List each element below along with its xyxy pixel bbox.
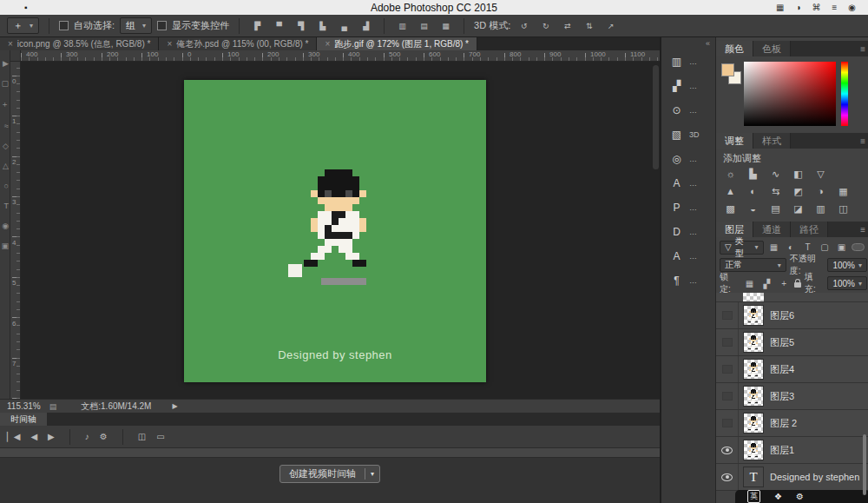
lock-position-icon[interactable]: + bbox=[777, 277, 791, 290]
visibility-toggle[interactable] bbox=[716, 356, 739, 382]
channel-mixer-icon[interactable]: ▦ bbox=[836, 184, 851, 198]
menubar-extra-icon[interactable]: ▦ bbox=[776, 3, 784, 12]
document-size-info[interactable]: 文档:1.60M/14.2M bbox=[81, 400, 151, 413]
align-right-button[interactable]: ▜ bbox=[293, 18, 309, 33]
layer-thumbnail[interactable] bbox=[743, 305, 764, 326]
tool-icon[interactable]: ▢ bbox=[1, 79, 9, 88]
input-settings-gear-icon[interactable]: ⚙ bbox=[796, 492, 804, 501]
layer-row[interactable]: 图层3 bbox=[716, 383, 868, 410]
tab-swatches[interactable]: 色板 bbox=[753, 41, 791, 56]
fill-input[interactable]: 100% ▾ bbox=[827, 276, 867, 290]
lock-all-icon[interactable] bbox=[794, 282, 801, 288]
3d-scale-icon[interactable]: ↗ bbox=[602, 18, 619, 33]
audio-icon[interactable]: ♪ bbox=[85, 432, 89, 441]
dock-panel-button-character[interactable]: A… bbox=[661, 171, 715, 195]
create-video-timeline-button[interactable]: 创建视频时间轴 ▾ bbox=[279, 465, 380, 483]
timeline-settings-gear-icon[interactable]: ⚙ bbox=[100, 432, 108, 441]
gradient-map-icon[interactable]: ▥ bbox=[813, 202, 828, 215]
tool-icon[interactable]: ▣ bbox=[1, 242, 9, 250]
lock-image-pixels-icon[interactable]: ▞ bbox=[760, 277, 773, 290]
lock-transparent-pixels-icon[interactable]: ▦ bbox=[743, 277, 757, 290]
distribute-left-button[interactable]: ▥ bbox=[394, 18, 411, 33]
panel-menu-icon[interactable]: ≡ bbox=[860, 222, 865, 237]
tool-icon[interactable]: ≈ bbox=[4, 122, 9, 130]
3d-slide-icon[interactable]: ⇅ bbox=[581, 18, 597, 33]
filter-pixel-layers-icon[interactable]: ▦ bbox=[767, 241, 781, 254]
3d-rotate-icon[interactable]: ↺ bbox=[516, 18, 532, 33]
levels-icon[interactable]: ▙ bbox=[746, 167, 760, 181]
auto-select-dropdown[interactable]: 组 ▾ bbox=[120, 17, 152, 34]
layer-row[interactable]: T Designed by stephen bbox=[716, 464, 868, 491]
text-layer-thumbnail[interactable]: T bbox=[743, 467, 764, 487]
layer-filter-dropdown[interactable]: ▽ 类型 ▾ bbox=[720, 241, 764, 255]
layer-name[interactable]: Designed by stephen bbox=[770, 472, 859, 482]
layer-name[interactable]: 图层6 bbox=[770, 309, 794, 322]
document-tab[interactable]: × icon.png @ 38.5% (信息, RGB/8) * bbox=[0, 37, 159, 50]
tool-icon[interactable]: ◉ bbox=[2, 222, 9, 230]
document-tab[interactable]: × 俺老孙.psd @ 115% (00, RGB/8) * bbox=[159, 37, 317, 50]
visibility-toggle[interactable] bbox=[716, 383, 739, 409]
distribute-right-button[interactable]: ▦ bbox=[437, 18, 454, 33]
dock-panel-button-d[interactable]: D… bbox=[661, 220, 715, 244]
layer-row[interactable]: 图层6 bbox=[716, 302, 868, 329]
vibrance-icon[interactable]: ▲ bbox=[723, 184, 738, 198]
close-icon[interactable]: × bbox=[325, 39, 330, 49]
background-color-swatch[interactable] bbox=[721, 63, 734, 76]
layer-row[interactable]: 图层1 bbox=[716, 437, 868, 464]
show-transform-checkbox[interactable] bbox=[157, 21, 167, 30]
tool-icon[interactable]: ○ bbox=[4, 182, 9, 190]
toolbar-strip-clipped[interactable]: ▶ ▢ ＋ ≈ ◇ △ ○ T ◉ ▣ bbox=[0, 50, 10, 399]
layer-thumbnail[interactable] bbox=[743, 413, 764, 434]
visibility-toggle[interactable] bbox=[716, 464, 739, 490]
tool-icon[interactable]: ▶ bbox=[3, 59, 9, 68]
threshold-icon[interactable]: ◪ bbox=[791, 202, 806, 215]
panel-menu-icon[interactable]: ≡ bbox=[860, 133, 865, 149]
tab-adjustments[interactable]: 调整 bbox=[716, 133, 753, 149]
dock-panel-button-brush[interactable]: ▞… bbox=[661, 74, 715, 98]
layer-thumbnail[interactable] bbox=[743, 332, 764, 353]
color-gradient-field[interactable] bbox=[744, 62, 836, 126]
input-paw-icon[interactable]: ❖ bbox=[774, 492, 782, 501]
panel-scrollbar[interactable] bbox=[863, 434, 866, 495]
layer-thumbnail[interactable] bbox=[743, 440, 764, 460]
layer-name[interactable]: 图层3 bbox=[770, 390, 794, 403]
layer-row[interactable]: 图层5 bbox=[716, 329, 868, 356]
align-center-h-button[interactable]: ▀ bbox=[271, 18, 287, 33]
menubar-extra-icon[interactable]: ◑ bbox=[795, 3, 800, 12]
layer-thumbnail[interactable] bbox=[743, 359, 764, 380]
invert-icon[interactable]: ◒ bbox=[746, 202, 760, 215]
black-white-icon[interactable]: ◩ bbox=[791, 184, 806, 198]
ruler-corner[interactable] bbox=[10, 50, 21, 62]
dock-panel-button-clone-source[interactable]: ⊙… bbox=[661, 98, 715, 122]
split-clip-icon[interactable]: ◫ bbox=[138, 432, 146, 441]
layer-thumbnail[interactable] bbox=[743, 386, 764, 407]
panel-menu-icon[interactable]: ≡ bbox=[860, 41, 865, 56]
dock-panel-button-properties[interactable]: P… bbox=[661, 195, 715, 220]
visibility-toggle[interactable] bbox=[716, 329, 739, 355]
close-icon[interactable]: × bbox=[8, 39, 13, 49]
tool-icon[interactable]: ＋ bbox=[1, 99, 9, 110]
input-language-icon[interactable]: 英 bbox=[747, 490, 760, 503]
previous-frame-icon[interactable]: ◀ bbox=[30, 432, 37, 441]
collapse-dock-icon[interactable]: « bbox=[706, 39, 710, 48]
dock-panel-button-info[interactable]: ▥… bbox=[661, 50, 715, 74]
blend-mode-dropdown[interactable]: 正常 ▾ bbox=[720, 258, 786, 272]
layer-row[interactable]: 图层4 bbox=[716, 356, 868, 383]
menubar-extra-icon[interactable]: ≡ bbox=[832, 3, 837, 12]
dock-panel-button-paragraph-styles[interactable]: ¶… bbox=[661, 268, 715, 293]
color-lookup-icon[interactable]: ▩ bbox=[723, 202, 738, 215]
tab-styles[interactable]: 样式 bbox=[753, 133, 791, 149]
distribute-center-button[interactable]: ▤ bbox=[416, 18, 432, 33]
3d-drag-icon[interactable]: ⇄ bbox=[559, 18, 575, 33]
adjustment-icon[interactable]: ▽ bbox=[813, 167, 828, 181]
transition-icon[interactable]: ▭ bbox=[156, 432, 164, 441]
tool-icon[interactable]: ◇ bbox=[3, 142, 9, 150]
align-bottom-button[interactable]: ▟ bbox=[358, 18, 374, 33]
curves-icon[interactable]: ∿ bbox=[768, 167, 783, 181]
chevron-down-icon[interactable]: ▾ bbox=[365, 468, 379, 480]
tool-preset-picker[interactable]: ＋ ▾ bbox=[7, 17, 39, 34]
exposure-icon[interactable]: ◧ bbox=[791, 167, 806, 181]
document-canvas[interactable]: Designed by stephen bbox=[184, 80, 486, 382]
layer-name[interactable]: 图层 2 bbox=[770, 417, 797, 430]
filter-toggle-switch[interactable] bbox=[852, 243, 865, 251]
